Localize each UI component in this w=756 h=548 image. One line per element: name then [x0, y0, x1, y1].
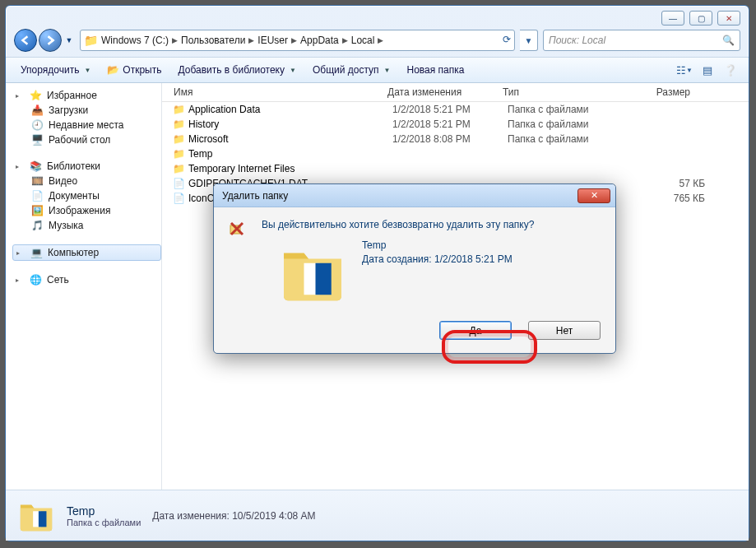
dialog-titlebar[interactable]: Удалить папку ✕: [214, 184, 615, 207]
video-icon: 🎞️: [30, 175, 44, 187]
open-button[interactable]: 📂 Открыть: [100, 61, 168, 79]
minimize-button[interactable]: —: [661, 11, 684, 26]
file-type-icon: 📁: [169, 118, 188, 130]
file-type-icon: 📄: [169, 178, 188, 189]
file-row[interactable]: 📁Temp: [162, 146, 749, 161]
new-folder-button[interactable]: Новая папка: [400, 61, 471, 79]
search-icon: 🔍: [722, 35, 735, 46]
document-icon: 📄: [30, 190, 44, 202]
network-label: Сеть: [47, 274, 69, 286]
history-dropdown[interactable]: ▼: [63, 34, 75, 47]
folder-icon: 📁: [84, 34, 98, 47]
explorer-window: — ▢ ✕ ▼ 📁 Windows 7 (C:)▶Пользователи▶IE…: [5, 5, 749, 541]
sidebar-item-videos[interactable]: 🎞️ Видео: [12, 174, 161, 188]
crumb-segment[interactable]: Пользователи: [181, 35, 245, 46]
crumb-segment[interactable]: Local: [351, 35, 375, 46]
file-type-icon: 📄: [169, 193, 188, 204]
preview-type: Папка с файлами: [67, 518, 141, 527]
svg-rect-4: [316, 263, 332, 295]
delete-folder-dialog: Удалить папку ✕ Вы действительно хотите …: [213, 183, 616, 354]
svg-rect-1: [39, 511, 47, 527]
col-size[interactable]: Размер: [621, 86, 695, 98]
navigation-bar: ▼ 📁 Windows 7 (C:)▶Пользователи▶IEUser▶A…: [6, 6, 749, 57]
refresh-icon[interactable]: ⟳: [503, 34, 511, 45]
computer-label: Компьютер: [48, 247, 99, 258]
music-icon: 🎵: [30, 220, 44, 231]
command-bar: Упорядочить ▼ 📂 Открыть Добавить в библи…: [6, 57, 749, 83]
preview-pane-button[interactable]: ▤: [698, 61, 717, 79]
file-name: Application Data: [188, 104, 392, 115]
col-name[interactable]: Имя: [169, 86, 383, 98]
search-input[interactable]: Поиск: Local 🔍: [543, 30, 740, 51]
close-button[interactable]: ✕: [717, 11, 740, 26]
search-placeholder: Поиск: Local: [549, 35, 605, 46]
file-row[interactable]: 📁Microsoft1/2/2018 8:08 PMПапка с файлам…: [162, 132, 749, 146]
file-type: Папка с файлами: [508, 118, 631, 130]
file-name: Temp: [188, 148, 392, 160]
file-name: Temporary Internet Files: [188, 163, 392, 174]
file-date: 1/2/2018 5:21 PM: [392, 118, 508, 130]
col-type[interactable]: Тип: [498, 86, 621, 98]
crumb-segment[interactable]: Windows 7 (C:): [101, 35, 169, 46]
address-bar[interactable]: 📁 Windows 7 (C:)▶Пользователи▶IEUser▶App…: [80, 30, 515, 51]
file-name: History: [188, 118, 392, 130]
file-row[interactable]: 📁History1/2/2018 5:21 PMПапка с файлами: [162, 117, 749, 132]
sidebar-item-desktop[interactable]: 🖥️ Рабочий стол: [12, 132, 161, 147]
col-date[interactable]: Дата изменения: [383, 86, 498, 98]
sidebar-item-downloads[interactable]: 📥 Загрузки: [12, 103, 161, 118]
file-type-icon: 📁: [169, 148, 188, 160]
breadcrumb[interactable]: Windows 7 (C:)▶Пользователи▶IEUser▶AppDa…: [101, 35, 387, 46]
dialog-message: Вы действительно хотите безвозвратно уда…: [262, 219, 602, 230]
dialog-close-button[interactable]: ✕: [577, 188, 610, 203]
organize-button[interactable]: Упорядочить ▼: [14, 61, 97, 79]
preview-meta-label: Дата изменения:: [152, 510, 230, 522]
file-row[interactable]: 📁Application Data1/2/2018 5:21 PMПапка с…: [162, 102, 749, 117]
share-button[interactable]: Общий доступ ▼: [306, 61, 397, 79]
window-controls: — ▢ ✕: [661, 11, 740, 26]
preview-name: Temp: [67, 504, 141, 518]
address-dropdown[interactable]: ▼: [520, 30, 538, 51]
column-headers[interactable]: Имя Дата изменения Тип Размер: [162, 83, 749, 102]
dialog-no-button[interactable]: Нет: [528, 321, 601, 340]
sidebar-item-music[interactable]: 🎵 Музыка: [12, 218, 161, 233]
forward-button[interactable]: [39, 29, 62, 52]
favorites-label: Избранное: [47, 90, 97, 101]
organize-label: Упорядочить: [21, 64, 79, 76]
desktop-icon: 🖥️: [30, 134, 44, 146]
add-to-library-button[interactable]: Добавить в библиотеку ▼: [171, 61, 302, 79]
computer-header[interactable]: ▸💻 Компьютер: [12, 244, 161, 261]
library-icon: 📚: [29, 160, 42, 172]
view-button[interactable]: ☷ ▼: [675, 61, 694, 79]
file-type-icon: 📁: [169, 133, 188, 145]
file-date: 1/2/2018 5:21 PM: [392, 104, 508, 115]
addlib-label: Добавить в библиотеку: [178, 64, 285, 76]
file-type: Папка с файлами: [508, 133, 631, 145]
libraries-label: Библиотеки: [47, 160, 100, 172]
share-label: Общий доступ: [313, 64, 379, 76]
sidebar-item-recent[interactable]: 🕘 Недавние места: [12, 118, 161, 132]
newfolder-label: Новая папка: [406, 64, 464, 76]
preview-meta-value: 10/5/2019 4:08 AM: [232, 510, 315, 522]
crumb-segment[interactable]: IEUser: [257, 35, 288, 46]
star-icon: ⭐: [29, 90, 42, 101]
network-header[interactable]: ▸🌐 Сеть: [12, 272, 161, 287]
dialog-yes-button[interactable]: Да: [439, 321, 512, 340]
navigation-pane: ▸⭐ Избранное 📥 Загрузки 🕘 Недавние места…: [6, 83, 162, 490]
sidebar-item-documents[interactable]: 📄 Документы: [12, 188, 161, 203]
file-row[interactable]: 📁Temporary Internet Files: [162, 161, 749, 176]
folder-large-icon: [17, 497, 55, 535]
file-type: Папка с файлами: [508, 104, 631, 115]
libraries-header[interactable]: ▸📚 Библиотеки: [12, 159, 161, 174]
nav-history-buttons: ▼: [14, 29, 75, 52]
maximize-button[interactable]: ▢: [689, 11, 712, 26]
network-icon: 🌐: [29, 274, 42, 286]
computer-icon: 💻: [30, 247, 43, 258]
sidebar-item-pictures[interactable]: 🖼️ Изображения: [12, 203, 161, 218]
favorites-header[interactable]: ▸⭐ Избранное: [12, 88, 161, 103]
back-button[interactable]: [14, 29, 37, 52]
file-size: 765 КБ: [631, 193, 705, 204]
crumb-segment[interactable]: AppData: [300, 35, 339, 46]
help-button[interactable]: ❔: [721, 61, 740, 79]
download-icon: 📥: [30, 104, 44, 116]
folder-open-icon: 📂: [107, 64, 119, 76]
